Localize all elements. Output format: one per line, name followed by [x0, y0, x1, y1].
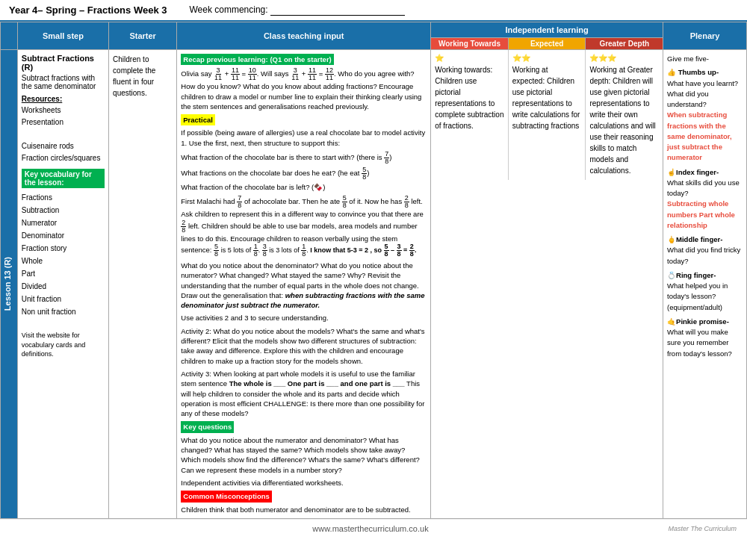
ex-star: ⭐⭐: [512, 54, 582, 62]
resources-label: Resources:: [22, 95, 105, 103]
generalisation-intro: What do you notice about the denominator…: [181, 261, 427, 310]
chocolate-q1: What fraction of the chocolate bar is th…: [181, 151, 427, 165]
independent-content: ⭐ Working towards: Children use pictoria…: [431, 50, 663, 180]
recap-label: Recap previous learning: (Q1 on the star…: [181, 54, 334, 65]
plenary-pinkie: 🤙Pinkie promise-What will you make sure …: [667, 317, 743, 359]
practical-label: Practical: [181, 114, 215, 125]
small-step-cell: Subtract Fractions (R) Subtract fraction…: [17, 50, 108, 519]
independent-header: Independent learning Working Towards Exp…: [431, 22, 663, 50]
key-questions-text: What do you notice about the numerator a…: [181, 435, 427, 475]
starter-cell: Children to complete the fluent in four …: [109, 50, 177, 519]
recap-text: Olivia say 311 + 1111 = 1011. Will says …: [181, 67, 427, 111]
visit-text: Visit the website for vocabulary cards a…: [22, 331, 105, 359]
plenary-header: Plenary: [663, 22, 747, 50]
independent-cell: ⭐ Working towards: Children use pictoria…: [431, 50, 663, 519]
class-teaching-cell: Recap previous learning: (Q1 on the star…: [177, 50, 431, 519]
small-step-title: Subtract Fractions (R): [22, 54, 105, 72]
top-header: Year 4– Spring – Fractions Week 3 Week c…: [0, 0, 747, 22]
footer-url: www.masterthecurriculum.co.uk: [249, 524, 493, 533]
middle-finger-icon: 🖕: [667, 235, 676, 243]
week-commencing: Week commencing:: [189, 4, 405, 16]
starter-text: Children to complete the fluent in four …: [113, 54, 173, 99]
chocolate-q3: What fraction of the chocolate bar is le…: [181, 182, 427, 192]
footer-logo: Master The Curriculum: [492, 525, 743, 532]
lesson-col-header: [1, 22, 18, 50]
key-vocab-label: Key vocabulary for the lesson:: [22, 169, 105, 188]
independent-header-label: Independent learning: [431, 22, 663, 37]
key-questions-label: Key questions: [181, 421, 234, 432]
common-misconceptions-text: Children think that both numerator and d…: [181, 505, 427, 514]
thumbs-up-icon: 👍: [667, 68, 676, 76]
starter-header: Starter: [109, 22, 177, 50]
class-teaching-header: Class teaching input: [177, 22, 431, 50]
plenary-index: ☝️Index finger-What skills did you use t…: [667, 167, 743, 231]
footer: www.masterthecurriculum.co.uk Master The…: [0, 519, 747, 538]
plenary-intro: Give me five-: [667, 54, 743, 64]
working-towards-header: Working Towards: [431, 38, 509, 49]
lesson-label: Lesson 13 (R): [1, 251, 14, 317]
activity3-text: Activity 3: When looking at part whole m…: [181, 369, 427, 418]
plenary-ring: 💍Ring finger-What helped you in today's …: [667, 270, 743, 313]
independent-activities-text: Independent activities via differentiate…: [181, 478, 427, 488]
small-step-subtitle: Subtract fractions with the same denomin…: [22, 74, 105, 90]
malachi-text: First Malachi had 78 of achocolate bar. …: [181, 195, 427, 258]
plenary-cell: Give me five- 👍 Thumbs up-What have you …: [663, 50, 747, 519]
practical-text: If possible (being aware of allergies) u…: [181, 128, 427, 148]
greater-depth-cell: ⭐⭐⭐ Working at Greater depth: Children w…: [586, 50, 663, 180]
expected-cell: ⭐⭐ Working at expected: Children use pic…: [509, 50, 586, 180]
ex-content: Working at expected: Children use pictor…: [512, 64, 582, 131]
vocab-list: FractionsSubtractionNumeratorDenominator…: [22, 191, 105, 331]
activities-text: Use activities 2 and 3 to secure underst…: [181, 313, 427, 323]
expected-header: Expected: [509, 38, 586, 49]
gd-content: Working at Greater depth: Children will …: [589, 64, 659, 176]
gd-star: ⭐⭐⭐: [589, 54, 659, 62]
ring-finger-icon: 💍: [667, 271, 676, 279]
activity2-text: Activity 2: What do you notice about the…: [181, 326, 427, 366]
index-finger-icon: ☝️: [667, 168, 676, 176]
wt-star: ⭐: [435, 54, 504, 62]
plenary-middle: 🖕Middle finger-What did you find tricky …: [667, 234, 743, 267]
red-text-2: Subtracting whole numbers Part whole rel…: [667, 199, 735, 229]
lesson-label-cell: Lesson 13 (R): [1, 50, 18, 519]
small-step-header: Small step: [17, 22, 108, 50]
resources-list: WorksheetsPresentationCuisenaire rodsFra…: [22, 105, 105, 164]
page-title: Year 4– Spring – Fractions Week 3: [9, 4, 167, 16]
chocolate-q2: What fractions on the chocolate bar does…: [181, 167, 427, 181]
wt-content: Working towards: Children use pictorial …: [435, 64, 504, 131]
common-misconceptions-label: Common Misconceptions: [181, 491, 272, 502]
working-towards-cell: ⭐ Working towards: Children use pictoria…: [431, 50, 509, 180]
plenary-thumbs-up: 👍 Thumbs up-What have you learnt? What d…: [667, 67, 743, 163]
independent-sub-headers: Working Towards Expected Greater Depth: [431, 37, 663, 49]
pinkie-icon: 🤙: [667, 317, 676, 326]
red-text-1: When subtracting fractions with the same…: [667, 111, 732, 161]
greater-depth-header: Greater Depth: [586, 38, 663, 49]
